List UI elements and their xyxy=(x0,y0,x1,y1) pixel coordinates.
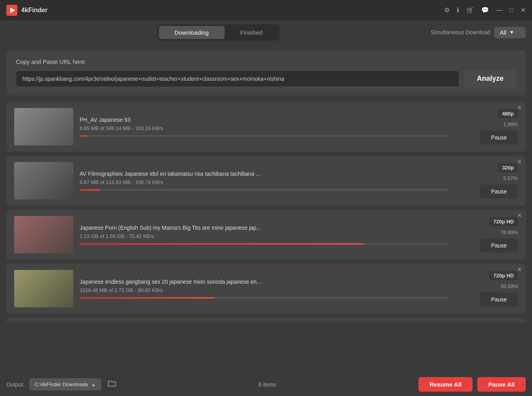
info-icon[interactable]: ℹ xyxy=(457,7,459,13)
analyze-button[interactable]: Analyze xyxy=(464,70,516,87)
item-right: 320p 5.57% Pause xyxy=(455,163,518,199)
item-size: 1.23 GB of 1.59 GB - 75.42 KB/s xyxy=(80,233,448,239)
simultaneous-group: Simultaneous Download All ▼ xyxy=(431,27,526,38)
settings-icon[interactable]: ⚙ xyxy=(444,7,450,13)
chevron-down-icon: ▼ xyxy=(510,30,514,35)
item-right: 480p 1.99% Pause xyxy=(455,109,518,145)
item-info: PH_AV Japanese 93 6.95 MB of 349.14 MB -… xyxy=(80,117,448,137)
close-item-icon[interactable]: ✕ xyxy=(517,321,522,322)
item-percent: 1.99% xyxy=(503,121,518,127)
quality-badge: 480p xyxy=(498,109,518,118)
url-input[interactable] xyxy=(16,71,459,87)
title-bar-left: 4kFinder xyxy=(6,5,48,16)
output-label: Output: xyxy=(6,381,24,388)
pause-all-button[interactable]: Pause All xyxy=(477,377,526,392)
item-info: Japanese Porn (English Sub) my Mama's Bi… xyxy=(80,225,448,245)
title-bar-right: ⚙ ℹ 🛒 💬 — □ ✕ xyxy=(444,7,526,13)
url-row: Analyze xyxy=(16,70,516,87)
open-folder-icon[interactable] xyxy=(108,379,116,389)
simultaneous-select[interactable]: All ▼ xyxy=(494,27,526,38)
close-item-icon[interactable]: ✕ xyxy=(517,105,522,110)
item-title: Japanese Porn (English Sub) my Mama's Bi… xyxy=(80,225,324,231)
download-item: PH_AV Japanese 93 6.95 MB of 349.14 MB -… xyxy=(6,102,526,152)
item-size: 6.95 MB of 349.14 MB - 103.18 KB/s xyxy=(80,125,448,131)
item-thumbnail xyxy=(14,216,73,253)
simultaneous-value: All xyxy=(500,29,506,36)
pause-button[interactable]: Pause xyxy=(480,130,518,145)
item-thumbnail xyxy=(14,270,73,307)
item-title: AV Filmographies Japanese idol eri takam… xyxy=(80,171,324,177)
item-size: 1018.48 MB of 2.72 GB - 90.82 KB/s xyxy=(80,287,448,293)
output-path-text: C:\4kFinder Downloade xyxy=(35,381,88,387)
progress-bar-fill xyxy=(80,297,214,299)
progress-bar xyxy=(80,297,448,299)
chevron-up-icon: ▲ xyxy=(91,382,96,387)
tab-finished[interactable]: Finished xyxy=(225,26,279,39)
item-right: 720p HD 76.99% Pause xyxy=(455,217,518,253)
item-title: PH_AV Japanese 93 xyxy=(80,117,324,123)
app-title: 4kFinder xyxy=(21,7,48,14)
tab-group: Downloading Finished xyxy=(157,24,280,41)
item-count: 6 items xyxy=(121,381,414,388)
download-list: PH_AV Japanese 93 6.95 MB of 349.14 MB -… xyxy=(6,102,526,322)
download-item: AV Filmographies Japanese idol eri takam… xyxy=(6,156,526,206)
item-title: Japanese endless gangbang sex 20 japanes… xyxy=(80,279,324,285)
resume-all-button[interactable]: Resume All xyxy=(419,377,472,392)
item-percent: 76.99% xyxy=(500,229,518,235)
output-path[interactable]: C:\4kFinder Downloade ▲ xyxy=(29,378,101,390)
close-item-icon[interactable]: ✕ xyxy=(517,159,522,164)
item-percent: 5.57% xyxy=(503,175,518,181)
chat-icon[interactable]: 💬 xyxy=(481,7,489,13)
bottom-bar: Output: C:\4kFinder Downloade ▲ 6 items … xyxy=(0,372,532,396)
cart-icon[interactable]: 🛒 xyxy=(466,7,474,13)
item-percent: 36.58% xyxy=(500,283,518,289)
url-section: Copy and Paste URL here: Analyze xyxy=(6,50,526,95)
pause-button[interactable]: Pause xyxy=(480,292,518,307)
pause-button[interactable]: Pause xyxy=(480,238,518,253)
close-button[interactable]: ✕ xyxy=(521,7,526,13)
download-item: Japanese Porn (English Sub) my Mama's Bi… xyxy=(6,210,526,260)
simultaneous-label: Simultaneous Download xyxy=(431,29,490,35)
item-thumbnail xyxy=(14,162,73,199)
progress-bar-fill xyxy=(80,243,364,245)
maximize-button[interactable]: □ xyxy=(510,7,513,13)
item-thumbnail xyxy=(14,108,73,145)
toolbar: Downloading Finished Simultaneous Downlo… xyxy=(0,20,532,44)
progress-bar-fill xyxy=(80,189,100,191)
title-bar: 4kFinder ⚙ ℹ 🛒 💬 — □ ✕ xyxy=(0,0,532,20)
url-label: Copy and Paste URL here: xyxy=(16,58,516,65)
download-item: Japanese endless gangbang sex 20 japanes… xyxy=(6,264,526,314)
app-logo-icon xyxy=(6,5,17,16)
pause-button[interactable]: Pause xyxy=(480,184,518,199)
tab-downloading[interactable]: Downloading xyxy=(159,26,225,39)
quality-badge: 720p HD xyxy=(489,217,518,226)
quality-badge: 320p xyxy=(498,163,518,172)
progress-bar xyxy=(80,243,448,245)
minimize-button[interactable]: — xyxy=(496,7,502,13)
download-item: Jap office lady honjo suzu suzu honjo ja… xyxy=(6,318,526,322)
item-info: AV Filmographies Japanese idol eri takam… xyxy=(80,171,448,191)
progress-bar-fill xyxy=(80,135,87,137)
progress-bar xyxy=(80,189,448,191)
close-item-icon[interactable]: ✕ xyxy=(517,213,522,218)
quality-badge: 720p HD xyxy=(489,271,518,280)
item-right: 720p HD 36.58% Pause xyxy=(455,271,518,307)
close-item-icon[interactable]: ✕ xyxy=(517,267,522,272)
progress-bar xyxy=(80,135,448,137)
item-info: Japanese endless gangbang sex 20 japanes… xyxy=(80,279,448,299)
item-size: 6.67 MB of 119.83 MB - 106.74 KB/s xyxy=(80,179,448,185)
